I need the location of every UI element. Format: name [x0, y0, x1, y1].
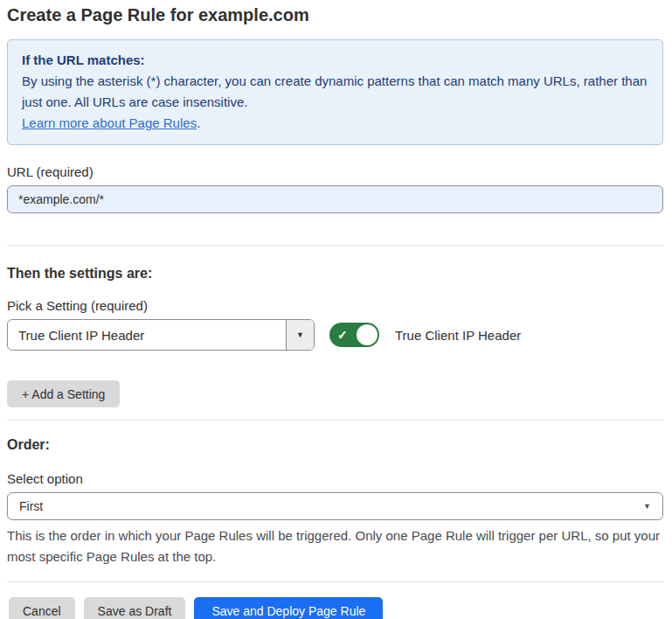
footer-divider	[7, 581, 663, 582]
url-input[interactable]	[7, 185, 663, 213]
section-divider	[7, 420, 663, 421]
setting-toggle[interactable]: ✓	[329, 323, 379, 347]
toggle-knob	[357, 324, 378, 345]
pick-setting-label: Pick a Setting (required)	[7, 298, 663, 313]
cancel-button[interactable]: Cancel	[9, 597, 75, 619]
footer-actions: Cancel Save as Draft Save and Deploy Pag…	[7, 597, 663, 619]
chevron-down-icon: ▼	[643, 502, 651, 511]
info-box-link-line: Learn more about Page Rules.	[22, 113, 648, 134]
url-match-info-box: If the URL matches: By using the asteris…	[7, 39, 663, 145]
setting-row: True Client IP Header ▼ ✓ True Client IP…	[7, 319, 663, 351]
setting-toggle-label: True Client IP Header	[395, 328, 521, 343]
save-as-draft-button[interactable]: Save as Draft	[84, 597, 186, 619]
check-icon: ✓	[337, 328, 348, 342]
link-suffix: .	[197, 115, 200, 130]
order-help-text: This is the order in which your Page Rul…	[7, 525, 663, 567]
order-select-label: Select option	[7, 471, 663, 486]
save-and-deploy-button[interactable]: Save and Deploy Page Rule	[194, 597, 383, 619]
page-rule-form: Create a Page Rule for example.com If th…	[0, 0, 672, 619]
order-select[interactable]: First ▼	[7, 492, 663, 520]
order-select-value: First	[19, 499, 43, 513]
info-box-heading: If the URL matches:	[22, 50, 648, 71]
order-section-heading: Order:	[7, 437, 663, 453]
section-divider	[7, 245, 663, 246]
setting-select-value: True Client IP Header	[8, 320, 286, 350]
chevron-down-icon[interactable]: ▼	[286, 320, 314, 350]
learn-more-link[interactable]: Learn more about Page Rules	[22, 115, 197, 130]
page-title: Create a Page Rule for example.com	[7, 5, 663, 25]
settings-section-heading: Then the settings are:	[7, 266, 663, 282]
info-box-body: By using the asterisk (*) character, you…	[22, 71, 648, 113]
url-field-label: URL (required)	[7, 164, 663, 179]
add-setting-button[interactable]: + Add a Setting	[7, 380, 120, 407]
setting-select[interactable]: True Client IP Header ▼	[7, 319, 315, 351]
